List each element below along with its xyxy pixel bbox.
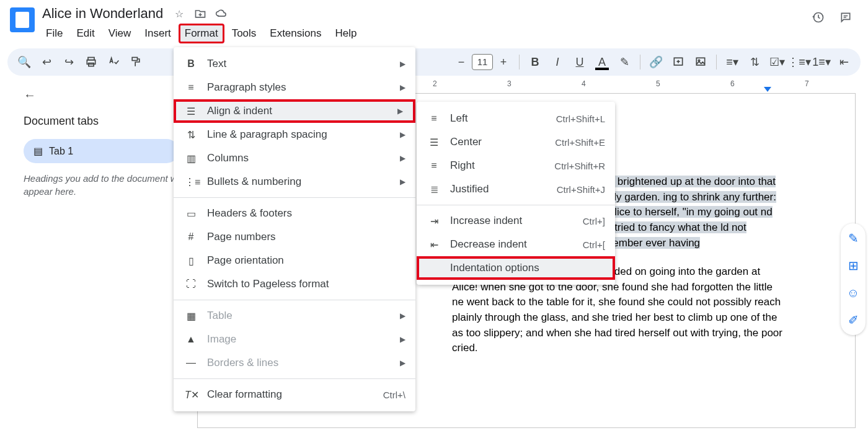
ruler-tick: 6 — [730, 79, 735, 88]
search-icon[interactable]: 🔍 — [15, 53, 33, 71]
format-columns[interactable]: ▥Columns▶ — [174, 146, 415, 170]
bold-icon[interactable]: B — [526, 53, 544, 71]
format-paragraph-styles[interactable]: ≡Paragraph styles▶ — [174, 76, 415, 99]
format-page-numbers[interactable]: #Page numbers — [174, 225, 415, 249]
line-spacing-icon[interactable]: ⇅ — [745, 53, 764, 71]
format-borders: —Borders & lines▶ — [174, 351, 415, 375]
pencil-icon[interactable]: ✎ — [844, 230, 862, 247]
menu-insert[interactable]: Insert — [138, 24, 177, 43]
menu-tools[interactable]: Tools — [226, 24, 263, 43]
doc-title[interactable]: Alice in Wonderland — [40, 5, 166, 22]
spellcheck-icon[interactable] — [104, 53, 123, 71]
sidebar-title: Document tabs — [24, 115, 185, 128]
format-table: ▦Table▶ — [174, 304, 415, 328]
format-headers[interactable]: ▭Headers & footers — [174, 202, 415, 225]
menu-extensions[interactable]: Extensions — [264, 24, 327, 43]
align-justified[interactable]: ≣JustifiedCtrl+Shift+J — [417, 177, 615, 201]
side-panel: ✎ ⊞ ☺ ✐ — [841, 223, 866, 335]
align-submenu: ≡LeftCtrl+Shift+L ☰CenterCtrl+Shift+E ≡R… — [417, 102, 615, 285]
svg-rect-5 — [696, 58, 704, 65]
format-align-indent[interactable]: ☰Align & indent▶ — [174, 99, 415, 123]
print-icon[interactable] — [82, 53, 100, 71]
decrease-indent-icon[interactable]: ⇤ — [835, 53, 853, 71]
increase-indent[interactable]: ⇥Increase indentCtrl+] — [417, 209, 615, 233]
italic-icon[interactable]: I — [548, 53, 567, 71]
format-pageless[interactable]: ⛶Switch to Pageless format — [174, 272, 415, 296]
link-icon[interactable]: 🔗 — [647, 53, 665, 71]
numbered-list-icon[interactable]: 1≡▾ — [812, 53, 831, 71]
add-note-icon[interactable]: ⊞ — [844, 257, 862, 274]
ruler-indent-marker[interactable] — [764, 87, 771, 92]
ruler-tick: 5 — [656, 79, 660, 88]
text-color-icon[interactable]: A — [593, 53, 611, 71]
comment-icon[interactable] — [838, 10, 853, 25]
menu-edit[interactable]: Edit — [70, 24, 100, 43]
underline-icon[interactable]: U — [570, 53, 589, 71]
menubar: File Edit View Insert Format Tools Exten… — [40, 24, 811, 43]
align-dropdown-icon[interactable]: ≡▾ — [723, 53, 742, 71]
checklist-icon[interactable]: ☑▾ — [768, 53, 786, 71]
toolbar: 🔍 ↩ ↪ − 11 + B I U A ✎ 🔗 ≡▾ ⇅ ☑▾ ⋮≡▾ 1≡▾… — [7, 48, 861, 76]
font-size-input[interactable]: 11 — [472, 54, 493, 70]
menu-help[interactable]: Help — [329, 24, 363, 43]
indentation-options[interactable]: Indentation options — [417, 256, 615, 280]
insert-image-icon[interactable] — [691, 53, 710, 71]
redo-icon[interactable]: ↪ — [60, 53, 78, 71]
sidebar-hint: Headings you add to the document will ap… — [24, 172, 185, 198]
bullet-list-icon[interactable]: ⋮≡▾ — [790, 53, 808, 71]
tab-item-1[interactable]: ▤ Tab 1 — [24, 139, 179, 163]
font-size-decrease[interactable]: − — [452, 53, 471, 71]
emoji-icon[interactable]: ☺ — [844, 284, 862, 302]
svg-rect-3 — [132, 58, 137, 61]
format-bullets[interactable]: ⋮≡Bullets & numbering▶ — [174, 170, 415, 194]
back-arrow-icon[interactable]: ← — [24, 88, 185, 102]
suggest-icon[interactable]: ✐ — [844, 311, 862, 329]
decrease-indent[interactable]: ⇤Decrease indentCtrl+[ — [417, 233, 615, 256]
sidebar: ← Document tabs ▤ Tab 1 Headings you add… — [11, 79, 197, 438]
cloud-icon[interactable] — [214, 6, 229, 21]
menu-view[interactable]: View — [102, 24, 138, 43]
vertical-ruler — [0, 79, 11, 438]
highlight-icon[interactable]: ✎ — [615, 53, 634, 71]
font-size-increase[interactable]: + — [494, 53, 513, 71]
ruler-tick: 7 — [805, 79, 809, 88]
tab-label: Tab 1 — [49, 146, 73, 157]
format-image: ▲Image▶ — [174, 328, 415, 351]
align-left[interactable]: ≡LeftCtrl+Shift+L — [417, 107, 615, 130]
selected-text[interactable]: face brightened up at the door into that… — [595, 176, 776, 249]
format-line-spacing[interactable]: ⇅Line & paragraph spacing▶ — [174, 123, 415, 146]
history-icon[interactable] — [811, 10, 826, 25]
format-text[interactable]: BText▶ — [174, 52, 415, 76]
docs-logo[interactable] — [10, 7, 35, 32]
move-icon[interactable] — [193, 6, 208, 21]
align-center[interactable]: ☰CenterCtrl+Shift+E — [417, 130, 615, 154]
undo-icon[interactable]: ↩ — [37, 53, 56, 71]
format-dropdown: BText▶ ≡Paragraph styles▶ ☰Align & inden… — [174, 47, 415, 411]
paint-format-icon[interactable] — [126, 53, 145, 71]
menu-format[interactable]: Format — [179, 24, 224, 43]
tab-doc-icon: ▤ — [33, 145, 43, 157]
ruler-tick: 3 — [507, 79, 512, 88]
star-icon[interactable]: ☆ — [172, 6, 187, 21]
ruler-tick: 4 — [582, 79, 586, 88]
format-clear[interactable]: T✕Clear formattingCtrl+\ — [174, 383, 415, 406]
format-orientation[interactable]: ▯Page orientation — [174, 249, 415, 272]
align-right[interactable]: ≡RightCtrl+Shift+R — [417, 154, 615, 177]
ruler-tick: 2 — [433, 79, 437, 88]
add-comment-icon[interactable] — [669, 53, 688, 71]
menu-file[interactable]: File — [40, 24, 69, 43]
